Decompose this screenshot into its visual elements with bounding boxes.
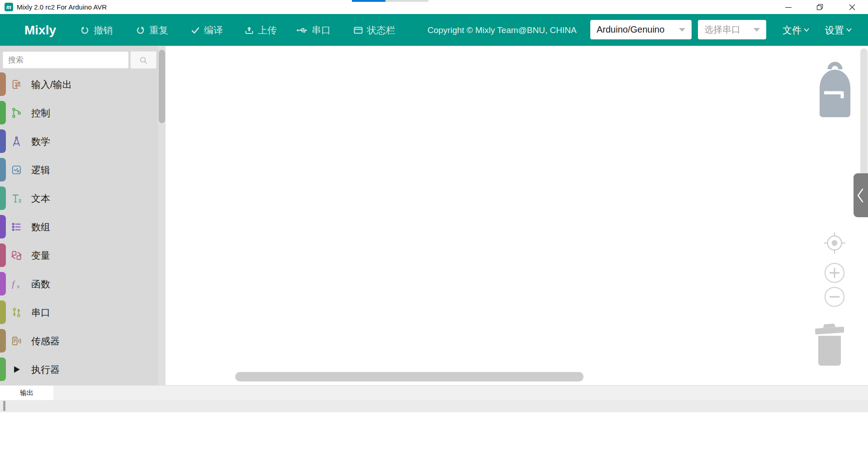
minimize-button[interactable] xyxy=(779,0,798,14)
redo-button[interactable]: 重复 xyxy=(135,14,168,46)
undo-button[interactable]: 撤销 xyxy=(80,14,113,46)
settings-menu[interactable]: 设置 xyxy=(825,14,852,46)
control-icon-slot xyxy=(10,107,23,119)
serial-monitor-button[interactable]: 串口 xyxy=(296,14,331,46)
sidebar-scrollbar-thumb[interactable] xyxy=(159,50,165,123)
serial-icon xyxy=(10,306,23,319)
canvas-horizontal-scrollbar[interactable] xyxy=(235,372,583,381)
port-selector-placeholder: 选择串口 xyxy=(704,24,740,36)
statusbar-button[interactable]: 状态栏 xyxy=(353,14,395,46)
io-icon-slot xyxy=(10,78,23,91)
board-selector[interactable]: Arduino/Genuino xyxy=(590,20,692,39)
settings-menu-label: 设置 xyxy=(825,24,844,37)
mixly-logo-icon: m xyxy=(5,3,13,11)
sidebar-item-sensor[interactable]: 传感器 xyxy=(0,327,158,355)
sidebar-item-label: 数学 xyxy=(31,135,50,148)
array-icon-slot xyxy=(10,221,23,233)
copyright-text: Copyright © Mixly Team@BNU, CHINA xyxy=(427,14,577,46)
sidebar-item-logic[interactable]: 逻辑 xyxy=(0,156,158,184)
text-icon-slot xyxy=(10,192,23,205)
serial-label: 串口 xyxy=(312,24,331,37)
category-color-bar xyxy=(0,243,6,267)
output-console[interactable] xyxy=(0,412,868,467)
titlebar: m Mixly 2.0 rc2 For Arduino AVR xyxy=(0,0,868,14)
upload-button[interactable]: 上传 xyxy=(244,14,277,46)
file-menu[interactable]: 文件 xyxy=(783,14,809,46)
array-icon xyxy=(10,221,23,233)
restore-icon xyxy=(816,4,823,10)
sidebar-item-variable[interactable]: 变量 xyxy=(0,241,158,270)
console-caret xyxy=(3,401,5,411)
sidebar-item-function[interactable]: f x 函数 xyxy=(0,270,158,298)
zoom-reset-button[interactable] xyxy=(823,231,846,255)
category-color-bar xyxy=(0,272,6,295)
svg-text:x: x xyxy=(17,284,19,289)
collapse-panel-tab[interactable] xyxy=(854,173,868,217)
control-icon xyxy=(10,107,23,119)
serial-icon-slot xyxy=(10,306,23,319)
close-button[interactable] xyxy=(843,0,862,14)
undo-label: 撤销 xyxy=(94,24,113,37)
statusbar-label: 状态栏 xyxy=(367,24,395,37)
trash-icon[interactable] xyxy=(814,321,845,367)
function-icon-slot: f x xyxy=(10,278,23,290)
math-icon xyxy=(10,135,23,148)
upload-icon xyxy=(244,25,254,35)
zoom-out-button[interactable] xyxy=(824,286,845,307)
svg-text:f: f xyxy=(12,279,16,289)
sidebar-scrollbar-track[interactable] xyxy=(158,46,166,385)
search-icon xyxy=(139,56,148,65)
compile-button[interactable]: 编译 xyxy=(190,14,223,46)
blockly-workspace[interactable] xyxy=(166,46,868,385)
sidebar-item-label: 逻辑 xyxy=(31,164,50,176)
variable-icon-slot xyxy=(10,249,23,262)
actuator-icon-slot xyxy=(10,363,23,376)
sidebar-item-math[interactable]: 数学 xyxy=(0,127,158,156)
sidebar-item-io[interactable]: 输入/输出 xyxy=(0,70,158,99)
search-button[interactable] xyxy=(130,51,157,69)
brand-label: Mixly xyxy=(24,14,56,46)
chevron-down-icon xyxy=(679,28,685,32)
sidebar-item-actuator[interactable]: 执行器 xyxy=(0,355,158,384)
category-color-bar xyxy=(0,101,6,124)
zoom-in-button[interactable] xyxy=(824,262,845,283)
board-selector-value: Arduino/Genuino xyxy=(597,24,664,35)
main-toolbar: Mixly 撤销 重复 编译 xyxy=(0,14,868,46)
sidebar-item-label: 文本 xyxy=(31,192,50,205)
category-color-bar xyxy=(0,329,6,353)
sidebar-item-label: 输入/输出 xyxy=(31,78,72,91)
console-top-strip xyxy=(0,400,868,412)
io-icon xyxy=(10,78,23,91)
top-progress-bar xyxy=(352,0,428,2)
restore-button[interactable] xyxy=(810,0,829,14)
sidebar-item-array[interactable]: 数组 xyxy=(0,213,158,241)
sidebar-item-label: 变量 xyxy=(31,249,50,262)
port-selector[interactable]: 选择串口 xyxy=(698,20,766,39)
sidebar-item-label: 数组 xyxy=(31,221,50,234)
usb-icon xyxy=(296,26,308,34)
close-icon xyxy=(849,4,855,10)
actuator-icon xyxy=(10,363,23,376)
tab-output[interactable]: 输出 xyxy=(0,386,53,400)
window-title: Mixly 2.0 rc2 For Arduino AVR xyxy=(17,0,107,14)
search-input[interactable] xyxy=(2,51,129,69)
backpack-icon[interactable] xyxy=(816,59,854,117)
category-color-bar xyxy=(0,158,6,181)
sidebar-item-serial[interactable]: 串口 xyxy=(0,298,158,327)
undo-icon xyxy=(80,25,90,35)
sensor-icon xyxy=(10,335,23,347)
sidebar-item-label: 执行器 xyxy=(31,363,60,376)
sidebar-item-label: 控制 xyxy=(31,107,50,119)
window-icon xyxy=(353,25,363,35)
sidebar-item-label: 串口 xyxy=(31,306,50,319)
category-color-bar xyxy=(0,72,6,96)
chevron-left-icon xyxy=(856,186,866,205)
chevron-down-icon xyxy=(804,28,809,32)
category-color-bar xyxy=(0,215,6,238)
sidebar-item-text[interactable]: 文本 xyxy=(0,184,158,213)
compile-label: 编译 xyxy=(204,24,223,37)
output-tabbar: 输出 xyxy=(0,385,868,400)
sidebar-item-control[interactable]: 控制 xyxy=(0,99,158,127)
category-color-bar xyxy=(0,357,6,381)
redo-icon xyxy=(135,25,146,35)
